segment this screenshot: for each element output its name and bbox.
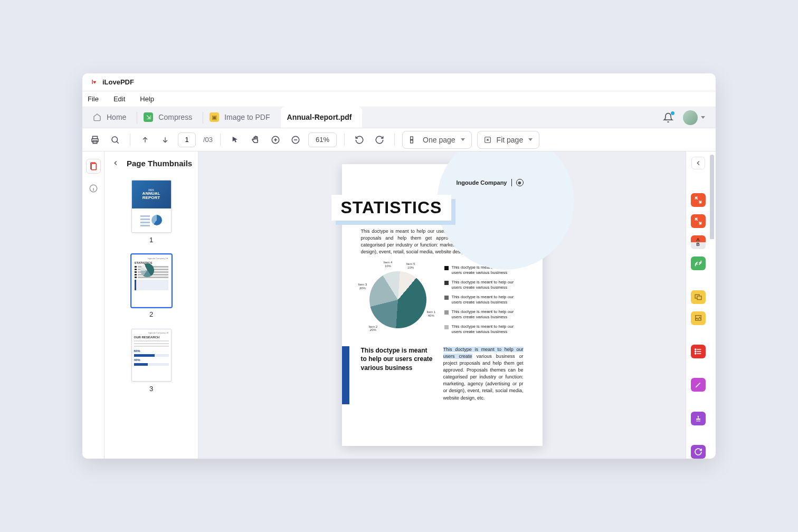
legend-item: This doctype is meant to help our users … [444,324,524,335]
legend-swatch-icon [444,296,449,300]
app-name: iLovePDF [102,78,134,86]
zoom-out-button[interactable] [288,132,303,147]
tool-rotate[interactable] [691,445,706,459]
legend-item: This doctype is meant to help our users … [444,309,524,320]
tool-pdf-to-jpg[interactable] [691,311,706,325]
account-menu[interactable] [683,110,705,125]
tool-edit[interactable] [691,378,706,392]
left-rail [82,151,104,459]
legend-text: This doctype is meant to help our users … [452,294,524,305]
avatar [683,110,698,125]
tool-organize[interactable]: AB [691,235,706,249]
tab-document[interactable]: Annual-Report.pdf [281,107,363,128]
svg-rect-7 [411,140,413,142]
legend-swatch-icon [444,266,449,270]
legend-text: This doctype is meant to help our users … [452,280,524,290]
svg-rect-13 [697,296,701,300]
fit-icon [484,136,491,144]
page-title-badge: STATISTICS [331,195,452,221]
right-tool-rail: AB [686,151,710,459]
hand-tool-button[interactable] [248,132,263,147]
tool-stamp[interactable] [691,412,706,425]
tab-home-label: Home [107,113,126,121]
thumbnails-rail-button[interactable] [86,159,101,174]
company-header: Ingoude Company ⊛ [361,179,524,186]
rotate-ccw-button[interactable] [352,132,367,147]
fit-select[interactable]: Fit page [477,131,540,149]
tool-list[interactable] [691,345,706,358]
tab-image-to-pdf[interactable]: ▣ Image to PDF [203,107,280,128]
legend-swatch-icon [444,281,449,285]
notifications-button[interactable] [663,112,673,123]
pie-slice-label: Item 320% [358,283,367,290]
tab-document-label: Annual-Report.pdf [287,113,352,121]
compress-icon: ⇲ [144,112,153,122]
chart-legend: This doctype is meant to help our users … [444,263,524,337]
pie-slice-label: Item 140% [426,310,435,317]
thumbnail-page-1[interactable]: 2021 ANNUAL REPORT [131,180,172,233]
toolbar-separator [344,134,345,146]
next-page-button[interactable] [158,132,173,147]
thumbnail-number: 3 [149,385,153,393]
tool-compress[interactable] [691,256,706,270]
tab-compress[interactable]: ⇲ Compress [137,107,203,128]
tab-compress-label: Compress [158,113,192,121]
info-rail-button[interactable] [86,181,101,196]
svg-rect-6 [411,137,413,139]
search-button[interactable] [108,132,122,147]
page-total-label: /03 [203,136,213,144]
svg-point-3 [112,137,118,142]
legend-item: This doctype is meant to help our users … [444,280,524,290]
toolbar-separator [220,134,221,146]
tool-split[interactable] [691,214,706,228]
thumbnails-header: Page Thumbnails [104,151,198,175]
prev-page-button[interactable] [138,132,153,147]
pie-slice-label: Item 510% [406,262,415,269]
toolbar: /03 61% One [82,128,716,151]
svg-rect-10 [91,164,96,170]
lower-paragraph: This doctype is meant to help our users … [443,346,524,401]
pie-chart-graphic [369,271,426,328]
notification-dot-icon [671,111,674,115]
print-button[interactable] [88,132,102,147]
toolbar-separator [130,134,130,146]
page-title: STATISTICS [331,195,452,221]
thumbnail-number: 2 [149,310,153,318]
page-layout-label: One page [423,136,455,144]
right-rail-expand-button[interactable] [691,157,705,169]
legend-item: This doctype is meant to help our users … [444,294,524,305]
legend-text: This doctype is meant to help our users … [452,309,524,320]
thumbnails-collapse-button[interactable] [110,157,121,169]
thumbnail-page-2[interactable]: Ingoude Company | ⊕ STATISTICS [131,254,172,307]
page-layout-select[interactable]: One page [402,131,472,149]
thumbnail-page-3[interactable]: Ingoude Company | ⊕ OUR RESEARCH 60% 40% [131,329,172,382]
cursor-tool-button[interactable] [228,132,243,147]
menu-file[interactable]: File [88,95,99,103]
pie-slice-label: Item 410% [384,261,393,268]
menu-help[interactable]: Help [140,95,154,103]
thumbnails-title: Page Thumbnails [127,159,192,168]
tab-home[interactable]: Home [87,107,137,128]
toolbar-separator [394,134,395,146]
document-viewer[interactable]: Ingoude Company ⊛ STATISTICS This doctyp… [198,151,686,459]
app-logo-icon: I♥ [90,78,98,87]
tool-jpg-to-pdf[interactable] [691,290,706,304]
chart-section: Item 140%Item 220%Item 320%Item 410%Item… [361,263,524,337]
zoom-level[interactable]: 61% [308,132,337,147]
pie-slice-label: Item 220% [369,325,378,332]
page-canvas: Ingoude Company ⊛ STATISTICS This doctyp… [342,164,543,446]
image-icon: ▣ [210,112,219,122]
chevron-down-icon [528,138,533,141]
page-number-input[interactable] [178,132,196,147]
rotate-cw-button[interactable] [372,132,387,147]
zoom-in-button[interactable] [268,132,283,147]
vertical-scrollbar[interactable] [710,155,714,455]
tab-image-label: Image to PDF [224,113,270,121]
legend-swatch-icon [444,310,449,315]
chevron-down-icon [461,138,465,141]
layout-icon [409,136,417,144]
tool-merge[interactable] [691,193,706,207]
menu-edit[interactable]: Edit [113,95,125,103]
svg-point-16 [695,351,696,352]
home-icon [93,113,101,121]
